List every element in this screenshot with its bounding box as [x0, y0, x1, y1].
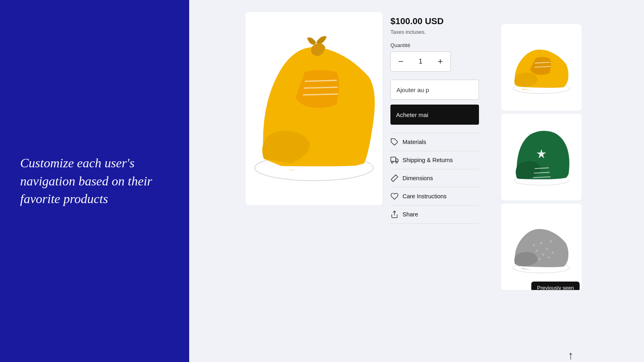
tax-note: Taxes incluses. [390, 29, 495, 35]
care-label: Care Instructions [402, 193, 447, 200]
accordion-item-dimensions[interactable]: Dimensions [390, 169, 479, 187]
quantity-increase-button[interactable]: + [430, 51, 450, 72]
product-details: $100.00 USD Taxes incluses. Quantité − 1… [390, 12, 495, 362]
thumbnail-gray-image [507, 217, 576, 277]
thumbnail-gray[interactable]: Previously seen [501, 204, 582, 290]
accordion-item-materials[interactable]: Materials [390, 133, 479, 151]
quantity-label: Quantité [390, 42, 495, 48]
dimensions-label: Dimensions [402, 175, 433, 181]
scroll-up-arrow[interactable]: ↑ [568, 349, 574, 362]
share-label: Share [402, 211, 418, 218]
product-image [246, 12, 382, 205]
truck-icon [390, 156, 398, 164]
add-to-cart-button[interactable]: Ajouter au p [390, 80, 479, 100]
thumbnail-yellow[interactable] [501, 24, 582, 111]
heart-icon [390, 192, 398, 200]
svg-rect-5 [391, 157, 396, 162]
svg-point-19 [546, 247, 548, 250]
buy-now-button[interactable]: Acheter mai [390, 105, 479, 125]
accordion-item-share[interactable]: Share [390, 205, 479, 224]
share-icon [390, 210, 398, 218]
quantity-decrease-button[interactable]: − [391, 51, 411, 72]
svg-point-24 [551, 251, 554, 254]
svg-point-6 [392, 161, 393, 163]
product-image-container [246, 12, 382, 205]
ruler-icon [390, 174, 398, 182]
svg-point-7 [396, 161, 397, 163]
svg-point-21 [550, 240, 552, 243]
thumbnail-green[interactable] [501, 114, 582, 200]
svg-point-22 [542, 253, 545, 255]
sidebar-headline: Customize each user's navigation based o… [20, 154, 169, 208]
accordion-item-shipping[interactable]: Shipping & Returns [390, 151, 479, 169]
thumbnail-green-image [507, 127, 576, 187]
left-sidebar: Customize each user's navigation based o… [0, 0, 189, 362]
svg-point-23 [533, 244, 535, 246]
shipping-label: Shipping & Returns [402, 157, 453, 163]
quantity-control: − 1 + [390, 51, 451, 72]
svg-point-26 [548, 256, 550, 259]
svg-point-25 [539, 258, 541, 260]
svg-point-18 [540, 242, 543, 244]
thumbnail-yellow-image [507, 37, 576, 98]
main-content: $100.00 USD Taxes incluses. Quantité − 1… [189, 0, 644, 362]
quantity-value: 1 [411, 58, 430, 65]
materials-label: Materials [402, 139, 426, 145]
accordion-item-care[interactable]: Care Instructions [390, 187, 479, 205]
tag-icon [390, 138, 398, 146]
previously-seen-badge: Previously seen [531, 282, 580, 290]
product-price: $100.00 USD [390, 16, 495, 27]
svg-point-20 [536, 249, 538, 252]
right-sidebar: Previously seen ↑ [495, 12, 588, 362]
accordion-list: Materials Shipping & Returns [390, 133, 479, 224]
product-area: $100.00 USD Taxes incluses. Quantité − 1… [189, 12, 644, 362]
